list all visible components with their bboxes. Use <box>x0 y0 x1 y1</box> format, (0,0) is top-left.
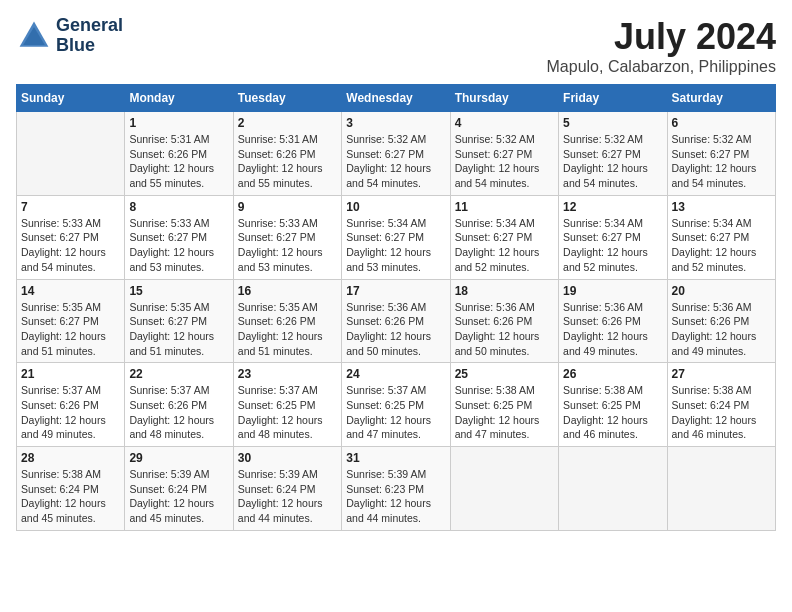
day-info: Sunrise: 5:36 AM Sunset: 6:26 PM Dayligh… <box>563 300 662 359</box>
calendar-cell: 26Sunrise: 5:38 AM Sunset: 6:25 PM Dayli… <box>559 363 667 447</box>
day-info: Sunrise: 5:32 AM Sunset: 6:27 PM Dayligh… <box>346 132 445 191</box>
day-number: 5 <box>563 116 662 130</box>
day-number: 31 <box>346 451 445 465</box>
day-info: Sunrise: 5:34 AM Sunset: 6:27 PM Dayligh… <box>346 216 445 275</box>
calendar-cell: 10Sunrise: 5:34 AM Sunset: 6:27 PM Dayli… <box>342 195 450 279</box>
calendar-cell: 30Sunrise: 5:39 AM Sunset: 6:24 PM Dayli… <box>233 447 341 531</box>
day-header-thursday: Thursday <box>450 85 558 112</box>
calendar-cell: 25Sunrise: 5:38 AM Sunset: 6:25 PM Dayli… <box>450 363 558 447</box>
day-number: 1 <box>129 116 228 130</box>
day-number: 17 <box>346 284 445 298</box>
day-number: 16 <box>238 284 337 298</box>
calendar-cell <box>17 112 125 196</box>
calendar-cell: 19Sunrise: 5:36 AM Sunset: 6:26 PM Dayli… <box>559 279 667 363</box>
calendar-cell: 16Sunrise: 5:35 AM Sunset: 6:26 PM Dayli… <box>233 279 341 363</box>
week-row-4: 21Sunrise: 5:37 AM Sunset: 6:26 PM Dayli… <box>17 363 776 447</box>
day-number: 22 <box>129 367 228 381</box>
day-header-friday: Friday <box>559 85 667 112</box>
logo-text: General Blue <box>56 16 123 56</box>
calendar-cell: 1Sunrise: 5:31 AM Sunset: 6:26 PM Daylig… <box>125 112 233 196</box>
calendar-cell: 15Sunrise: 5:35 AM Sunset: 6:27 PM Dayli… <box>125 279 233 363</box>
day-number: 24 <box>346 367 445 381</box>
calendar-cell: 23Sunrise: 5:37 AM Sunset: 6:25 PM Dayli… <box>233 363 341 447</box>
calendar-cell: 27Sunrise: 5:38 AM Sunset: 6:24 PM Dayli… <box>667 363 775 447</box>
day-number: 3 <box>346 116 445 130</box>
day-info: Sunrise: 5:31 AM Sunset: 6:26 PM Dayligh… <box>129 132 228 191</box>
day-number: 21 <box>21 367 120 381</box>
day-number: 27 <box>672 367 771 381</box>
calendar-cell: 31Sunrise: 5:39 AM Sunset: 6:23 PM Dayli… <box>342 447 450 531</box>
day-number: 15 <box>129 284 228 298</box>
day-info: Sunrise: 5:37 AM Sunset: 6:25 PM Dayligh… <box>238 383 337 442</box>
day-info: Sunrise: 5:37 AM Sunset: 6:26 PM Dayligh… <box>129 383 228 442</box>
day-number: 29 <box>129 451 228 465</box>
calendar-cell: 7Sunrise: 5:33 AM Sunset: 6:27 PM Daylig… <box>17 195 125 279</box>
week-row-1: 1Sunrise: 5:31 AM Sunset: 6:26 PM Daylig… <box>17 112 776 196</box>
day-info: Sunrise: 5:38 AM Sunset: 6:25 PM Dayligh… <box>563 383 662 442</box>
day-info: Sunrise: 5:39 AM Sunset: 6:23 PM Dayligh… <box>346 467 445 526</box>
logo-icon <box>16 18 52 54</box>
day-header-saturday: Saturday <box>667 85 775 112</box>
day-info: Sunrise: 5:38 AM Sunset: 6:24 PM Dayligh… <box>21 467 120 526</box>
day-header-tuesday: Tuesday <box>233 85 341 112</box>
day-info: Sunrise: 5:35 AM Sunset: 6:27 PM Dayligh… <box>21 300 120 359</box>
day-number: 23 <box>238 367 337 381</box>
day-info: Sunrise: 5:31 AM Sunset: 6:26 PM Dayligh… <box>238 132 337 191</box>
day-number: 7 <box>21 200 120 214</box>
day-header-sunday: Sunday <box>17 85 125 112</box>
day-info: Sunrise: 5:33 AM Sunset: 6:27 PM Dayligh… <box>238 216 337 275</box>
subtitle: Mapulo, Calabarzon, Philippines <box>547 58 776 76</box>
day-number: 8 <box>129 200 228 214</box>
day-number: 30 <box>238 451 337 465</box>
day-info: Sunrise: 5:33 AM Sunset: 6:27 PM Dayligh… <box>129 216 228 275</box>
main-title: July 2024 <box>547 16 776 58</box>
calendar-cell: 22Sunrise: 5:37 AM Sunset: 6:26 PM Dayli… <box>125 363 233 447</box>
day-info: Sunrise: 5:36 AM Sunset: 6:26 PM Dayligh… <box>672 300 771 359</box>
header-row: SundayMondayTuesdayWednesdayThursdayFrid… <box>17 85 776 112</box>
day-info: Sunrise: 5:35 AM Sunset: 6:26 PM Dayligh… <box>238 300 337 359</box>
day-info: Sunrise: 5:33 AM Sunset: 6:27 PM Dayligh… <box>21 216 120 275</box>
calendar-cell <box>667 447 775 531</box>
calendar-cell: 12Sunrise: 5:34 AM Sunset: 6:27 PM Dayli… <box>559 195 667 279</box>
day-info: Sunrise: 5:39 AM Sunset: 6:24 PM Dayligh… <box>129 467 228 526</box>
week-row-2: 7Sunrise: 5:33 AM Sunset: 6:27 PM Daylig… <box>17 195 776 279</box>
day-info: Sunrise: 5:34 AM Sunset: 6:27 PM Dayligh… <box>455 216 554 275</box>
day-number: 9 <box>238 200 337 214</box>
calendar-cell: 8Sunrise: 5:33 AM Sunset: 6:27 PM Daylig… <box>125 195 233 279</box>
day-number: 26 <box>563 367 662 381</box>
calendar-cell: 24Sunrise: 5:37 AM Sunset: 6:25 PM Dayli… <box>342 363 450 447</box>
calendar-cell: 17Sunrise: 5:36 AM Sunset: 6:26 PM Dayli… <box>342 279 450 363</box>
calendar-table: SundayMondayTuesdayWednesdayThursdayFrid… <box>16 84 776 531</box>
day-number: 12 <box>563 200 662 214</box>
calendar-cell: 28Sunrise: 5:38 AM Sunset: 6:24 PM Dayli… <box>17 447 125 531</box>
day-info: Sunrise: 5:32 AM Sunset: 6:27 PM Dayligh… <box>672 132 771 191</box>
day-info: Sunrise: 5:36 AM Sunset: 6:26 PM Dayligh… <box>455 300 554 359</box>
calendar-cell: 5Sunrise: 5:32 AM Sunset: 6:27 PM Daylig… <box>559 112 667 196</box>
calendar-cell: 6Sunrise: 5:32 AM Sunset: 6:27 PM Daylig… <box>667 112 775 196</box>
day-number: 2 <box>238 116 337 130</box>
day-header-monday: Monday <box>125 85 233 112</box>
day-info: Sunrise: 5:32 AM Sunset: 6:27 PM Dayligh… <box>455 132 554 191</box>
calendar-cell: 14Sunrise: 5:35 AM Sunset: 6:27 PM Dayli… <box>17 279 125 363</box>
day-info: Sunrise: 5:36 AM Sunset: 6:26 PM Dayligh… <box>346 300 445 359</box>
day-info: Sunrise: 5:39 AM Sunset: 6:24 PM Dayligh… <box>238 467 337 526</box>
calendar-cell: 3Sunrise: 5:32 AM Sunset: 6:27 PM Daylig… <box>342 112 450 196</box>
day-info: Sunrise: 5:37 AM Sunset: 6:25 PM Dayligh… <box>346 383 445 442</box>
day-info: Sunrise: 5:38 AM Sunset: 6:25 PM Dayligh… <box>455 383 554 442</box>
day-header-wednesday: Wednesday <box>342 85 450 112</box>
calendar-cell: 9Sunrise: 5:33 AM Sunset: 6:27 PM Daylig… <box>233 195 341 279</box>
day-number: 6 <box>672 116 771 130</box>
day-number: 10 <box>346 200 445 214</box>
calendar-cell: 21Sunrise: 5:37 AM Sunset: 6:26 PM Dayli… <box>17 363 125 447</box>
day-number: 11 <box>455 200 554 214</box>
day-number: 19 <box>563 284 662 298</box>
day-info: Sunrise: 5:32 AM Sunset: 6:27 PM Dayligh… <box>563 132 662 191</box>
week-row-3: 14Sunrise: 5:35 AM Sunset: 6:27 PM Dayli… <box>17 279 776 363</box>
logo: General Blue <box>16 16 123 56</box>
calendar-cell: 11Sunrise: 5:34 AM Sunset: 6:27 PM Dayli… <box>450 195 558 279</box>
calendar-cell: 2Sunrise: 5:31 AM Sunset: 6:26 PM Daylig… <box>233 112 341 196</box>
header: General Blue July 2024 Mapulo, Calabarzo… <box>16 16 776 76</box>
calendar-cell: 13Sunrise: 5:34 AM Sunset: 6:27 PM Dayli… <box>667 195 775 279</box>
day-number: 28 <box>21 451 120 465</box>
day-number: 4 <box>455 116 554 130</box>
